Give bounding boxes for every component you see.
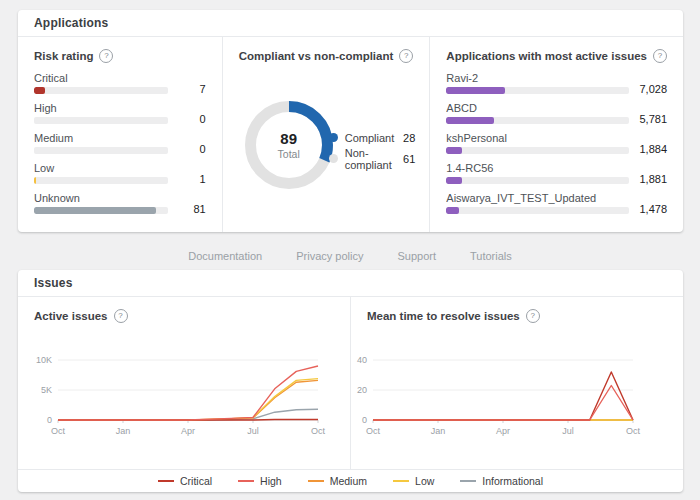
risk-value: 81 (168, 203, 206, 215)
top-apps-panel: Applications with most active issues ? R… (429, 37, 683, 232)
app-bar (446, 177, 462, 184)
app-value: 1,881 (629, 173, 667, 185)
risk-value: 0 (168, 113, 206, 125)
app-row: ABCD 5,781 (446, 102, 667, 124)
risk-value: 0 (168, 143, 206, 155)
legend-label: Informational (482, 475, 543, 487)
mean-time-title: Mean time to resolve issues (367, 310, 520, 322)
legend-item-compliant[interactable]: Compliant 28 (329, 127, 416, 148)
help-icon[interactable]: ? (399, 49, 413, 63)
top-apps-title: Applications with most active issues (446, 50, 647, 62)
help-icon[interactable]: ? (114, 309, 128, 323)
svg-text:Oct: Oct (366, 426, 381, 436)
legend-label: Critical (180, 475, 212, 487)
donut-total-value: 89 (280, 130, 297, 147)
bar-track (446, 117, 629, 124)
active-issues-title: Active issues (34, 310, 108, 322)
app-label: ABCD (446, 102, 629, 114)
legend-label: Non-compliant (345, 147, 396, 171)
svg-text:20: 20 (357, 385, 367, 395)
compliance-header: Compliant vs non-compliant ? (239, 49, 414, 63)
non-compliant-dot-icon (329, 154, 338, 163)
bar-track (34, 87, 168, 94)
applications-card: Applications Risk rating ? Critical 7 Hi… (18, 10, 683, 232)
risk-label: Unknown (34, 192, 168, 204)
legend-swatch-medium (308, 480, 324, 482)
footer-link-support[interactable]: Support (397, 250, 436, 262)
svg-text:Jan: Jan (116, 426, 131, 436)
svg-text:Jul: Jul (562, 426, 574, 436)
issues-body: Active issues ? 05K10KOctJanAprJulOct Me… (18, 297, 683, 469)
app-bar (446, 207, 458, 214)
donut-center: 89 Total (245, 101, 333, 189)
bar-track (446, 147, 629, 154)
svg-text:Jul: Jul (247, 426, 259, 436)
app-label: Ravi-2 (446, 72, 629, 84)
app-label: 1.4-RC56 (446, 162, 629, 174)
help-icon[interactable]: ? (99, 49, 113, 63)
risk-row-low: Low 1 (34, 162, 206, 184)
risk-rating-title: Risk rating (34, 50, 93, 62)
risk-bar-critical (34, 87, 45, 94)
legend-label: High (260, 475, 282, 487)
app-row: Aiswarya_IVT_TEST_Updated 1,478 (446, 192, 667, 214)
svg-text:0: 0 (47, 415, 52, 425)
svg-text:10K: 10K (36, 355, 52, 365)
svg-text:Oct: Oct (51, 426, 66, 436)
compliance-legend: Compliant 28 Non-compliant 61 (329, 127, 416, 169)
risk-label: Medium (34, 132, 168, 144)
risk-bar-low (34, 177, 36, 184)
bar-track (34, 117, 168, 124)
risk-row-critical: Critical 7 (34, 72, 206, 94)
svg-text:Oct: Oct (311, 426, 326, 436)
legend-swatch-low (393, 480, 409, 482)
compliance-donut-chart: 89 Total (245, 101, 333, 189)
legend-item-non-compliant[interactable]: Non-compliant 61 (329, 148, 416, 169)
bar-track (446, 177, 629, 184)
app-bar (446, 87, 504, 94)
bar-track (446, 207, 629, 214)
svg-text:Apr: Apr (496, 426, 510, 436)
app-row: Ravi-2 7,028 (446, 72, 667, 94)
help-icon[interactable]: ? (526, 309, 540, 323)
active-issues-chart: 05K10KOctJanAprJulOct (26, 349, 350, 447)
applications-body: Risk rating ? Critical 7 High 0 Mediu (18, 37, 683, 232)
legend-label: Compliant (345, 132, 396, 144)
risk-row-high: High 0 (34, 102, 206, 124)
app-value: 5,781 (629, 113, 667, 125)
legend-swatch-informational (460, 480, 476, 482)
risk-value: 1 (168, 173, 206, 185)
footer-links: DocumentationPrivacy policySupportTutori… (0, 246, 700, 264)
risk-row-medium: Medium 0 (34, 132, 206, 154)
active-issues-header: Active issues ? (34, 309, 334, 323)
app-value: 7,028 (629, 83, 667, 95)
mean-time-chart: 02040OctJanAprJulOct (341, 349, 665, 447)
footer-link-tutorials[interactable]: Tutorials (470, 250, 512, 262)
risk-rating-header: Risk rating ? (34, 49, 206, 63)
legend-item-high[interactable]: High (238, 475, 282, 487)
svg-text:Oct: Oct (626, 426, 641, 436)
legend-item-low[interactable]: Low (393, 475, 434, 487)
app-label: Aiswarya_IVT_TEST_Updated (446, 192, 629, 204)
footer-link-privacy-policy[interactable]: Privacy policy (296, 250, 363, 262)
risk-value: 7 (168, 83, 206, 95)
svg-text:40: 40 (357, 355, 367, 365)
issues-section-title: Issues (18, 270, 683, 297)
risk-row-unknown: Unknown 81 (34, 192, 206, 214)
compliance-title: Compliant vs non-compliant (239, 50, 394, 62)
legend-label: Medium (330, 475, 367, 487)
svg-text:5K: 5K (41, 385, 52, 395)
app-label: kshPersonal (446, 132, 629, 144)
legend-item-critical[interactable]: Critical (158, 475, 212, 487)
bar-track (446, 87, 629, 94)
svg-text:Jan: Jan (431, 426, 446, 436)
app-bar (446, 117, 494, 124)
help-icon[interactable]: ? (653, 49, 667, 63)
issues-card: Issues Active issues ? 05K10KOctJanAprJu… (18, 270, 683, 492)
risk-rating-panel: Risk rating ? Critical 7 High 0 Mediu (18, 37, 222, 232)
legend-item-informational[interactable]: Informational (460, 475, 543, 487)
app-row: 1.4-RC56 1,881 (446, 162, 667, 184)
legend-item-medium[interactable]: Medium (308, 475, 367, 487)
bar-track (34, 147, 168, 154)
footer-link-documentation[interactable]: Documentation (188, 250, 262, 262)
